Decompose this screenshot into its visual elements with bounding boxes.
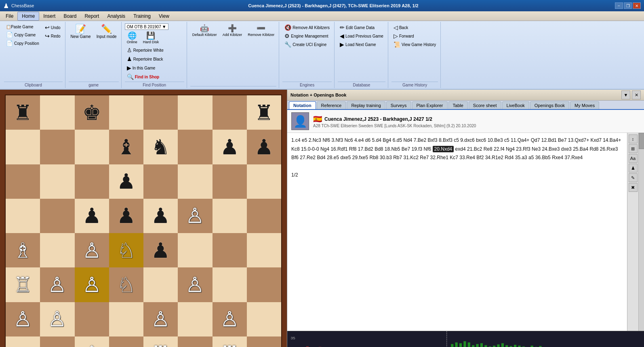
square-g3[interactable]	[213, 267, 247, 302]
panel-dropdown-button[interactable]: ▼	[621, 90, 630, 99]
square-h1[interactable]	[247, 336, 281, 347]
menu-home[interactable]: Home	[17, 12, 39, 21]
square-e7[interactable]: ♞	[143, 130, 178, 164]
square-f8[interactable]	[178, 95, 212, 130]
square-e1[interactable]: ♖	[143, 336, 178, 347]
square-b8[interactable]	[40, 95, 74, 130]
copy-game-button[interactable]: 📄 Copy Game	[4, 31, 41, 39]
tab-surveys[interactable]: Surveys	[386, 101, 411, 109]
square-h7[interactable]: ♟	[247, 130, 281, 164]
remove-all-button[interactable]: 🔇 Remove All Kibitzers	[282, 23, 332, 32]
square-e3[interactable]	[143, 267, 178, 302]
tab-table[interactable]: Table	[448, 101, 468, 109]
redo-button[interactable]: ↪ Redo	[43, 32, 63, 40]
square-d7[interactable]: ♝	[109, 130, 143, 164]
square-g4[interactable]	[213, 233, 247, 267]
tab-reference[interactable]: Reference	[317, 101, 346, 109]
square-b5[interactable]	[40, 199, 74, 233]
view-history-button[interactable]: 📜 View Game History	[391, 40, 438, 48]
square-b1[interactable]	[40, 336, 74, 347]
square-a1[interactable]	[6, 336, 40, 347]
square-d2[interactable]	[109, 302, 143, 336]
square-g7[interactable]: ♟	[213, 130, 247, 164]
add-kibitzer-button[interactable]: ➕ Add Kibitzer	[221, 23, 244, 38]
default-kibitzer-button[interactable]: 🤖 Default Kibitzer	[190, 23, 219, 38]
undo-button[interactable]: ↩ Undo	[43, 23, 63, 32]
square-c5[interactable]: ♟	[75, 199, 109, 233]
square-g1[interactable]: ♖	[213, 336, 247, 347]
hard-disk-button[interactable]: 💾 Hard Disk	[141, 31, 161, 45]
square-a3[interactable]: ♖	[6, 267, 40, 302]
square-f2[interactable]	[178, 302, 212, 336]
square-b2[interactable]: ♙	[40, 302, 74, 336]
engine-mgmt-button[interactable]: ⚙ Engine Management	[282, 32, 330, 40]
square-a4[interactable]: ♗	[6, 233, 40, 267]
menu-insert[interactable]: Insert	[39, 12, 59, 21]
square-c2[interactable]	[75, 302, 109, 336]
square-h4[interactable]	[247, 233, 281, 267]
edit-game-button[interactable]: ✏ Edit Game Data	[338, 23, 377, 32]
remove-kibitzer-button[interactable]: ➖ Remove Kibitzer	[246, 23, 276, 38]
copy-position-button[interactable]: 📄 Copy Position	[4, 39, 41, 47]
rep-black-button[interactable]: ♟ Repertoire Black	[125, 55, 165, 63]
square-h2[interactable]	[247, 302, 281, 336]
square-h3[interactable]	[247, 267, 281, 302]
paste-game-button[interactable]: 📋 Paste Game	[4, 23, 41, 30]
online-button[interactable]: 🌐 Online	[125, 31, 139, 45]
menu-file[interactable]: File	[2, 12, 17, 21]
square-g6[interactable]	[213, 164, 247, 199]
square-a2[interactable]: ♙	[6, 302, 40, 336]
close-button[interactable]: ✕	[633, 2, 641, 9]
tab-replay[interactable]: Replay training	[347, 101, 385, 109]
restore-button[interactable]: ❐	[624, 2, 632, 9]
square-f4[interactable]	[178, 233, 212, 267]
find-shop-button[interactable]: 🔍 Find in Shop	[125, 73, 162, 81]
menu-analysis[interactable]: Analysis	[103, 12, 129, 21]
rt-btn-close2[interactable]: ✖	[629, 183, 638, 192]
menu-board[interactable]: Board	[59, 12, 80, 21]
tab-openings[interactable]: Openings Book	[530, 101, 569, 109]
square-g2[interactable]: ♙	[213, 302, 247, 336]
square-c6[interactable]	[75, 164, 109, 199]
square-h6[interactable]	[247, 164, 281, 199]
rt-btn-piece[interactable]: ♟	[629, 164, 638, 172]
forward-button[interactable]: ▷ Forward	[391, 32, 416, 40]
square-d4[interactable]: ♘	[109, 233, 143, 267]
square-d1[interactable]	[109, 336, 143, 347]
square-c4[interactable]: ♙	[75, 233, 109, 267]
square-g8[interactable]	[213, 95, 247, 130]
rt-btn-font[interactable]: Aa	[629, 154, 638, 163]
create-uci-button[interactable]: 🔧 Create UCI Engine	[282, 40, 328, 48]
square-c8[interactable]: ♚	[75, 95, 109, 130]
square-f1[interactable]	[178, 336, 212, 347]
panel-close-button[interactable]: ✕	[632, 90, 641, 99]
load-prev-button[interactable]: ◀ Load Previous Game	[338, 32, 385, 40]
rt-btn-edit[interactable]: ✎	[629, 173, 638, 182]
square-d5[interactable]: ♟	[109, 199, 143, 233]
notation-scrollbar[interactable]	[638, 133, 644, 331]
square-f3[interactable]: ♙	[178, 267, 212, 302]
square-d8[interactable]	[109, 95, 143, 130]
square-e2[interactable]: ♙	[143, 302, 178, 336]
square-f6[interactable]	[178, 164, 212, 199]
square-b4[interactable]	[40, 233, 74, 267]
square-c3[interactable]: ♙	[75, 267, 109, 302]
square-b3[interactable]: ♙	[40, 267, 74, 302]
square-f5[interactable]: ♙	[178, 199, 212, 233]
back-button[interactable]: ◁ Back	[391, 23, 410, 32]
square-a6[interactable]	[6, 164, 40, 199]
highlighted-move[interactable]: 20.Nxd4	[433, 146, 454, 152]
menu-report[interactable]: Report	[80, 12, 103, 21]
menu-view[interactable]: View	[155, 12, 173, 21]
square-e4[interactable]: ♟	[143, 233, 178, 267]
square-c1[interactable]: ♔	[75, 336, 109, 347]
minimize-button[interactable]: −	[615, 2, 623, 9]
square-d6[interactable]: ♟	[109, 164, 143, 199]
square-a5[interactable]	[6, 199, 40, 233]
new-game-button[interactable]: 📝 New Game	[69, 23, 93, 40]
square-c7[interactable]	[75, 130, 109, 164]
square-h8[interactable]: ♜	[247, 95, 281, 130]
square-d3[interactable]: ♘	[109, 267, 143, 302]
menu-training[interactable]: Training	[129, 12, 155, 21]
load-next-button[interactable]: ▶ Load Next Game	[338, 40, 378, 48]
